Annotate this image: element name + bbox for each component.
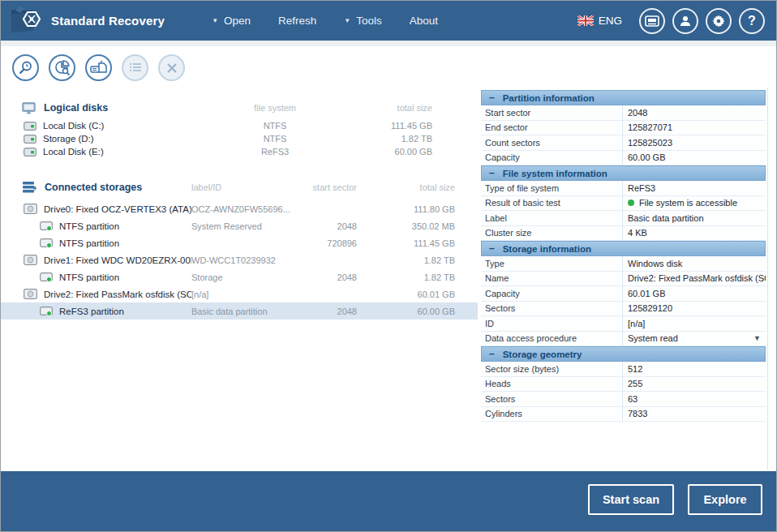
partition-row[interactable]: NTFS partition 720896 111.45 GB: [1, 234, 478, 251]
info-section-title: Partition information: [503, 93, 595, 103]
info-section-header[interactable]: – Storage information: [481, 241, 766, 256]
language-selector[interactable]: ENG: [577, 15, 622, 27]
drive-row[interactable]: Drive2: Fixed PassMark osfdisk (SCSI) [n…: [1, 285, 478, 302]
uk-flag-icon: [577, 15, 594, 26]
disk-name: Local Disk (C:): [43, 121, 104, 131]
info-section-header[interactable]: – File system information: [481, 165, 766, 181]
partition-total-size: 111.45 GB: [357, 238, 478, 248]
title-bar: Standard Recovery ▼ Open Refresh ▼ Tools…: [1, 1, 776, 41]
drive-name: Drive0: Fixed OCZ-VERTEX3 (ATA): [44, 204, 191, 214]
column-total-size: total size: [357, 182, 478, 192]
info-section-title: Storage geometry: [503, 350, 582, 359]
column-start-sector: start sector: [305, 182, 357, 192]
partition-start-sector: 2048: [305, 307, 357, 316]
user-icon[interactable]: [672, 8, 698, 34]
app-window: Standard Recovery ▼ Open Refresh ▼ Tools…: [0, 0, 777, 532]
menu-about[interactable]: About: [410, 15, 438, 27]
info-section-rows: Sector size (bytes) 512 Heads 255 Sector…: [481, 362, 766, 422]
info-row: Sectors 63: [481, 392, 766, 407]
info-row: Label Basic data partition: [481, 211, 766, 226]
settings-icon[interactable]: [706, 8, 732, 34]
info-value: Windows disk: [622, 256, 766, 271]
info-label: Result of basic test: [481, 196, 622, 211]
titlebar-actions: ENG ?: [577, 8, 765, 34]
info-row: Capacity 60.01 GB: [481, 286, 766, 302]
partition-name: NTFS partition: [59, 221, 119, 231]
drive-row[interactable]: Drive0: Fixed OCZ-VERTEX3 (ATA) OCZ-AWNZ…: [1, 200, 478, 217]
info-section: – Storage information Type Windows disk …: [481, 241, 766, 346]
drive-total-size: 1.82 TB: [357, 255, 478, 265]
info-row: Type Windows disk: [481, 256, 766, 272]
search-icon[interactable]: [12, 54, 39, 81]
analyze-icon[interactable]: [49, 54, 75, 81]
info-row: Result of basic test File system is acce…: [481, 196, 766, 212]
info-section-title: File system information: [503, 169, 607, 178]
info-label: Name: [481, 272, 622, 286]
data-access-procedure-select[interactable]: System read▼: [622, 332, 766, 346]
partition-row[interactable]: NTFS partition System Reserved 2048 350.…: [1, 217, 478, 234]
connected-rows: Drive0: Fixed OCZ-VERTEX3 (ATA) OCZ-AWNZ…: [1, 200, 478, 320]
menu-refresh[interactable]: Refresh: [278, 15, 316, 27]
info-row: ID [n/a]: [481, 316, 766, 332]
drive-row[interactable]: Drive1: Fixed WDC WD20EZRX-00DC... WD-WC…: [1, 251, 478, 268]
dropdown-caret-icon[interactable]: ▼: [753, 334, 761, 342]
menu-open[interactable]: ▼ Open: [212, 15, 251, 27]
disk-total-size: 1.82 TB: [328, 134, 455, 144]
main-menu: ▼ Open Refresh ▼ Tools About: [212, 15, 438, 27]
info-label: Capacity: [481, 151, 622, 165]
explore-button[interactable]: Explore: [688, 484, 762, 515]
log-icon: [122, 54, 148, 81]
column-label-id: label/ID: [191, 182, 305, 192]
start-scan-button[interactable]: Start scan: [588, 484, 674, 515]
logical-disk-row[interactable]: Local Disk (E:) ReFS3 60.00 GB: [1, 145, 478, 158]
info-row: Count sectors 125825023: [481, 135, 766, 151]
drive-label: WD-WCC1T0239932: [191, 255, 305, 265]
info-value: File system is accessible: [622, 196, 766, 211]
info-row: Cylinders 7833: [481, 407, 766, 423]
info-row: Cluster size 4 KB: [481, 226, 766, 242]
drive-label: OCZ-AWNZ0FW55696...: [191, 204, 305, 214]
info-row: Sectors 125829120: [481, 302, 766, 317]
partition-total-size: 60.00 GB: [357, 307, 478, 316]
disk-total-size: 60.00 GB: [328, 147, 455, 157]
partition-start-sector: 2048: [305, 272, 357, 282]
disk-image-icon[interactable]: [85, 54, 112, 81]
info-row: Capacity 60.00 GB: [481, 151, 766, 166]
disk-file-system: NTFS: [221, 121, 328, 131]
menu-tools[interactable]: ▼ Tools: [344, 15, 381, 27]
info-section-rows: Type Windows disk Name Drive2: Fixed Pas…: [481, 256, 766, 346]
app-title: Standard Recovery: [51, 14, 165, 28]
titlebar-divider: [1, 41, 776, 46]
info-section-header[interactable]: – Storage geometry: [481, 346, 766, 362]
info-value: 63: [622, 392, 766, 406]
drive-name: Drive2: Fixed PassMark osfdisk (SCSI): [44, 290, 191, 299]
info-row: Type of file system ReFS3: [481, 181, 766, 196]
partition-total-size: 1.82 TB: [357, 272, 478, 282]
partition-start-sector: 2048: [305, 221, 357, 231]
info-label: End sector: [481, 121, 622, 135]
partition-icon: [40, 238, 53, 248]
news-icon[interactable]: [639, 8, 665, 34]
info-section-header[interactable]: – Partition information: [481, 90, 766, 105]
partition-name: ReFS3 partition: [59, 307, 124, 316]
info-row: End sector 125827071: [481, 121, 766, 136]
partition-row[interactable]: ReFS3 partition Basic data partition 204…: [1, 302, 478, 320]
help-icon[interactable]: ?: [739, 8, 765, 34]
logical-disk-row[interactable]: Local Disk (C:) NTFS 111.45 GB: [1, 119, 478, 132]
info-value: 7833: [622, 407, 766, 422]
chevron-down-icon: ▼: [212, 17, 218, 24]
disk-icon: [24, 148, 36, 157]
info-value: 512: [622, 362, 766, 376]
info-value: 255: [622, 377, 766, 392]
disk-name: Storage (D:): [43, 134, 94, 144]
info-value: 60.00 GB: [622, 151, 766, 165]
status-ok-icon: [628, 200, 634, 206]
info-value: 4 KB: [622, 226, 766, 241]
logical-disk-row[interactable]: Storage (D:) NTFS 1.82 TB: [1, 132, 478, 145]
language-label: ENG: [599, 15, 622, 27]
collapse-icon: –: [482, 92, 503, 105]
partition-row[interactable]: NTFS partition Storage 2048 1.82 TB: [1, 268, 478, 285]
info-label: Cylinders: [481, 407, 622, 422]
disk-icon: [24, 122, 36, 131]
partition-icon: [40, 307, 53, 316]
